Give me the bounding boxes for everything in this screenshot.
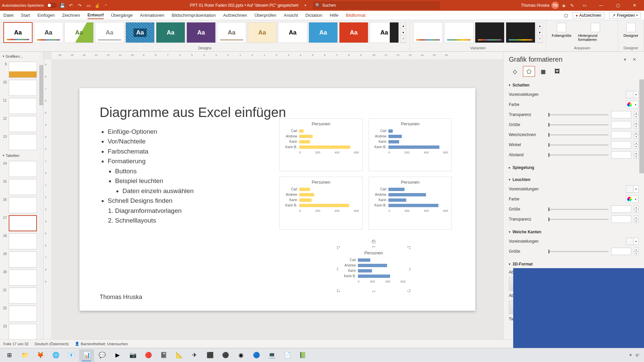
- tab-entwurf[interactable]: Entwurf: [88, 11, 104, 19]
- spinner[interactable]: ▴▾: [634, 248, 639, 255]
- slide-thumb[interactable]: [9, 116, 37, 132]
- variants-gallery-spinner[interactable]: ▴▾⁼: [537, 22, 543, 43]
- theme-thumb[interactable]: Aa: [3, 22, 33, 43]
- slide-size-button[interactable]: Foliengröße: [549, 21, 574, 43]
- blur-slider[interactable]: [548, 134, 608, 135]
- size-props-icon[interactable]: ▦: [537, 66, 549, 77]
- close-icon[interactable]: ✕: [627, 0, 642, 11]
- slide-thumb[interactable]: [9, 161, 37, 177]
- search-input[interactable]: [322, 3, 437, 8]
- tab-uebergaenge[interactable]: Übergänge: [111, 12, 132, 19]
- outlook-icon[interactable]: 📧: [64, 349, 78, 361]
- group-3d-format[interactable]: 3D-Format: [509, 260, 639, 268]
- transparency-input[interactable]: [611, 111, 631, 118]
- theme-thumb[interactable]: Aa: [156, 22, 185, 43]
- pane-close-icon[interactable]: ✕: [633, 57, 639, 62]
- group-leuchten[interactable]: Leuchten: [509, 175, 639, 184]
- ribbon-options-icon[interactable]: ▭: [577, 0, 592, 11]
- section-grafiken[interactable]: Grafiken...: [2, 53, 41, 60]
- undo-icon[interactable]: ↶: [68, 2, 74, 8]
- transparency-slider[interactable]: [548, 114, 608, 115]
- glow-color-dropdown[interactable]: ▾: [626, 195, 639, 203]
- theme-thumb[interactable]: Aa: [309, 22, 338, 43]
- section-tabellen[interactable]: Tabellen: [2, 152, 41, 159]
- spinner[interactable]: ▴▾: [634, 131, 639, 138]
- app-icon[interactable]: 🔵: [249, 349, 264, 361]
- explorer-icon[interactable]: 📁: [17, 349, 32, 361]
- distance-input[interactable]: [611, 151, 631, 159]
- tab-dictation[interactable]: Dictation: [305, 12, 322, 19]
- blur-input[interactable]: [611, 131, 631, 138]
- save-icon[interactable]: 💾: [59, 2, 65, 8]
- tab-zeichnen[interactable]: Zeichnen: [62, 12, 80, 19]
- size-slider[interactable]: [548, 124, 608, 125]
- visio-icon[interactable]: 📐: [172, 349, 186, 361]
- onenote-icon[interactable]: 📓: [156, 349, 171, 361]
- angle-slider[interactable]: [548, 144, 608, 145]
- selected-chart[interactable]: PersonenCarlAndrewKarinKarin B.020040060…: [338, 248, 409, 291]
- slide-thumb[interactable]: [9, 324, 37, 339]
- tab-ueberpruefen[interactable]: Überprüfen: [255, 12, 276, 19]
- tab-aufzeichnen[interactable]: Aufzeichnen: [223, 12, 247, 19]
- spinner[interactable]: ▴▾: [634, 121, 639, 128]
- variant-thumb[interactable]: [444, 22, 474, 43]
- rotation-handle-icon[interactable]: [372, 240, 376, 244]
- slide-thumb[interactable]: [9, 269, 37, 286]
- bg-format-button[interactable]: Hintergrund formatieren: [576, 21, 615, 43]
- touch-icon[interactable]: ☝: [94, 2, 100, 8]
- tab-hilfe[interactable]: Hilfe: [330, 12, 338, 19]
- autosave-toggle[interactable]: [47, 3, 57, 8]
- slide-thumb[interactable]: [9, 306, 37, 322]
- soft-size-input[interactable]: [611, 248, 631, 255]
- tab-animationen[interactable]: Animationen: [140, 12, 164, 19]
- chrome-icon[interactable]: 🌐: [48, 349, 63, 361]
- slideshow-icon[interactable]: ▭: [86, 2, 92, 8]
- angle-input[interactable]: [611, 141, 631, 148]
- glow-preset-dropdown[interactable]: ▾: [626, 185, 639, 193]
- pane-dropdown-icon[interactable]: ▾: [624, 57, 630, 62]
- theme-thumb[interactable]: Aa: [95, 22, 124, 43]
- variant-thumb[interactable]: [413, 22, 443, 43]
- theme-thumb[interactable]: Aa: [125, 22, 155, 43]
- glow-size-input[interactable]: [611, 205, 631, 213]
- excel-icon[interactable]: 📗: [295, 349, 310, 361]
- theme-thumb[interactable]: Aa: [339, 22, 368, 43]
- theme-thumb[interactable]: Aa: [370, 22, 399, 43]
- size-input[interactable]: [611, 121, 631, 128]
- theme-thumb[interactable]: Aa: [64, 22, 94, 43]
- redo-icon[interactable]: ↷: [77, 2, 83, 8]
- record-button[interactable]: ●Aufzeichnen: [573, 12, 604, 19]
- spinner[interactable]: ▴▾: [634, 111, 639, 118]
- trial-icon[interactable]: ✎: [569, 2, 575, 8]
- slide-thumb[interactable]: [9, 179, 37, 195]
- chart-1[interactable]: PersonenCarlAndrewKarinKarin B.020040060…: [279, 118, 363, 171]
- powerpoint-icon[interactable]: 📊: [79, 349, 94, 361]
- maximize-icon[interactable]: ▢: [610, 0, 625, 11]
- slide-thumb[interactable]: [9, 80, 37, 96]
- tab-start[interactable]: Start: [21, 12, 30, 19]
- preset-dropdown[interactable]: ▾: [626, 91, 639, 98]
- app-icon[interactable]: 📄: [280, 349, 294, 361]
- theme-thumb[interactable]: Aa: [248, 22, 277, 43]
- spinner[interactable]: ▴▾: [634, 216, 639, 223]
- slide-thumb[interactable]: [9, 215, 37, 231]
- group-spiegelung[interactable]: Spiegelung: [509, 163, 639, 172]
- app-icon[interactable]: 💻: [264, 349, 279, 361]
- spinner[interactable]: ▴▾: [634, 205, 639, 213]
- glow-size-slider[interactable]: [548, 209, 608, 210]
- designs-gallery-spinner[interactable]: ▴▾⁼: [400, 22, 406, 43]
- tab-bildschirm[interactable]: Bildschirmpräsentation: [172, 12, 216, 19]
- fill-line-icon[interactable]: ◇: [509, 66, 521, 77]
- minimize-icon[interactable]: —: [594, 0, 608, 11]
- slide-thumb[interactable]: [9, 197, 37, 213]
- weather-icon[interactable]: ☀: [629, 353, 632, 357]
- soft-preset-dropdown[interactable]: ▾: [626, 238, 639, 245]
- title-dropdown-icon[interactable]: ▾: [303, 2, 309, 8]
- qat-more-icon[interactable]: ⁼: [103, 2, 109, 8]
- designer-button[interactable]: Designer: [621, 21, 641, 39]
- vlc-icon[interactable]: ▶: [110, 349, 125, 361]
- color-dropdown[interactable]: ▾: [626, 101, 639, 108]
- slide-thumb[interactable]: [9, 134, 37, 150]
- chart-3[interactable]: PersonenCarlAndrewKarinKarin B.020040060…: [279, 177, 363, 230]
- share-button[interactable]: ↗Freigeben▾: [609, 12, 641, 19]
